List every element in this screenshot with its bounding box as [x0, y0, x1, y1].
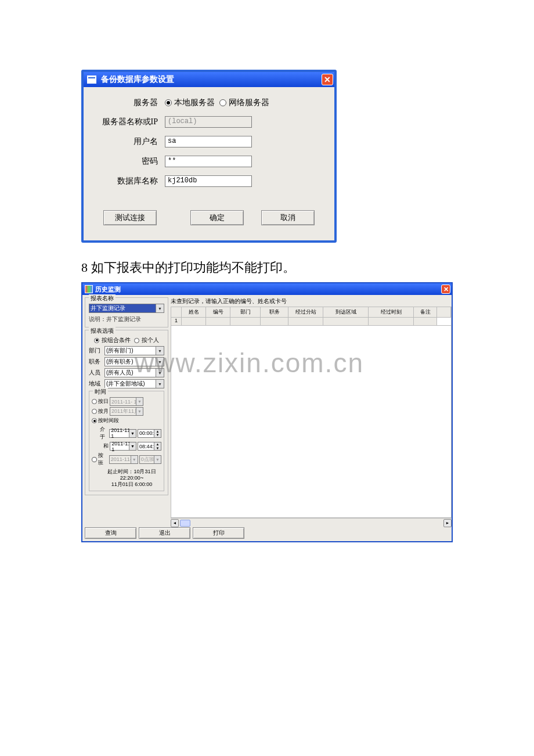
person-combo[interactable]: (所有人员) ▼ — [104, 368, 164, 377]
input-name-or-ip[interactable]: (local) — [165, 116, 252, 128]
chevron-down-icon[interactable]: ▼ — [156, 304, 164, 312]
scroll-right-icon[interactable]: ► — [443, 519, 452, 527]
chevron-down-icon[interactable]: ▼ — [136, 408, 143, 415]
th-index — [171, 307, 182, 318]
table-header-row: 姓名 编号 部门 职务 经过分站 到达区域 经过时刻 备注 — [171, 307, 451, 318]
radio-by-shift[interactable] — [92, 457, 97, 462]
chevron-down-icon[interactable]: ▼ — [136, 398, 143, 405]
group-report-name-label: 报表名称 — [89, 294, 116, 303]
chevron-down-icon[interactable]: ▼ — [129, 442, 136, 450]
label-server: 服务器 — [98, 98, 165, 108]
th-name: 姓名 — [182, 307, 206, 318]
shift-date[interactable]: 2011-11- 1 ▼ — [109, 455, 138, 464]
app-icon — [87, 75, 96, 84]
group-time-label: 时间 — [93, 388, 108, 396]
radio-by-person[interactable] — [134, 338, 139, 343]
job-combo[interactable]: (所有职务) ▼ — [104, 357, 164, 366]
dialog2-title: 历史监测 — [95, 285, 121, 294]
horizontal-scrollbar[interactable]: ◄ ► — [171, 518, 452, 527]
group-options: 报表选项 按组合条件 按个人 部门 (所有部门) ▼ — [85, 330, 168, 495]
ok-button[interactable]: 确定 — [190, 210, 244, 225]
radio-by-month[interactable] — [92, 409, 97, 414]
by-month-date[interactable]: 2011年11月 ▼ — [110, 407, 143, 416]
th-id: 编号 — [206, 307, 230, 318]
backup-db-dialog: 备份数据库参数设置 ✕ 服务器 本地服务器 网络服务器 服务器名称或IP (lo… — [81, 70, 337, 243]
chevron-down-icon[interactable]: ▼ — [131, 456, 138, 463]
chevron-down-icon[interactable]: ▼ — [129, 430, 136, 437]
zone-combo[interactable]: (井下全部地域) ▼ — [104, 379, 164, 388]
cancel-button[interactable]: 取消 — [261, 210, 315, 225]
label-zone: 地域 — [89, 380, 103, 388]
chevron-down-icon[interactable]: ▼ — [156, 369, 164, 377]
spin-down-icon[interactable]: ▼ — [154, 433, 161, 437]
close-icon[interactable]: ✕ — [441, 285, 450, 294]
label-name-or-ip: 服务器名称或IP — [98, 117, 165, 127]
close-icon[interactable]: ✕ — [322, 74, 333, 85]
th-dept: 部门 — [230, 307, 261, 318]
chevron-down-icon[interactable]: ▼ — [154, 456, 161, 463]
radio-by-range[interactable] — [92, 418, 97, 423]
history-monitor-dialog: 历史监测 ✕ 报表名称 井下监测记录 ▼ 说明：井下监测记录 — [81, 282, 453, 542]
radio-network-server-label: 网络服务器 — [229, 98, 269, 108]
radio-network-server[interactable] — [219, 99, 226, 106]
th-extra — [437, 307, 451, 318]
by-day-date[interactable]: 2011-11- 1 ▼ — [110, 397, 143, 406]
scroll-thumb[interactable] — [180, 520, 190, 527]
dept-combo[interactable]: (所有部门) ▼ — [104, 346, 164, 355]
exit-button[interactable]: 退出 — [139, 527, 190, 539]
dialog2-titlebar[interactable]: 历史监测 ✕ — [82, 283, 452, 295]
range-to-date[interactable]: 2011-11- 1 ▼ — [110, 442, 136, 451]
radio-by-day-label: 按日 — [98, 398, 109, 405]
chevron-down-icon[interactable]: ▼ — [156, 380, 164, 388]
query-button[interactable]: 查询 — [85, 527, 136, 539]
chevron-down-icon[interactable]: ▼ — [156, 347, 164, 355]
shift-combo[interactable]: 0点班 ▼ — [139, 455, 161, 464]
chevron-down-icon[interactable]: ▼ — [156, 358, 164, 366]
result-table: 姓名 编号 部门 职务 经过分站 到达区域 经过时刻 备注 1 — [171, 307, 452, 518]
report-name-combo[interactable]: 井下监测记录 ▼ — [89, 304, 164, 313]
range-from-date[interactable]: 2011-11- 1 ▼ — [109, 429, 136, 438]
td-index: 1 — [171, 318, 182, 326]
label-user: 用户名 — [98, 136, 165, 147]
group-options-label: 报表选项 — [89, 327, 116, 335]
th-time: 经过时刻 — [369, 307, 414, 318]
range-to-label: 和 — [100, 442, 109, 450]
range-from-label: 介于 — [100, 426, 108, 441]
th-job: 职务 — [261, 307, 288, 318]
group-time: 时间 按日 2011-11- 1 ▼ 按月 — [89, 391, 164, 491]
radio-by-condition[interactable] — [94, 338, 99, 343]
table-row: 1 — [171, 318, 451, 326]
not-found-message: 未查到记录，请输入正确的编号、姓名或卡号 — [171, 295, 452, 307]
group-report-name: 报表名称 井下监测记录 ▼ 说明：井下监测记录 — [85, 297, 168, 327]
radio-local-server[interactable] — [165, 99, 172, 106]
dialog1-title: 备份数据库参数设置 — [101, 74, 174, 85]
desc-text: 井下监测记录 — [106, 316, 141, 322]
radio-by-day[interactable] — [92, 399, 97, 404]
section-caption: 8 如下报表中的打印功能均不能打印。 — [81, 259, 511, 276]
radio-by-condition-label: 按组合条件 — [102, 336, 131, 344]
th-remark: 备注 — [414, 307, 437, 318]
input-password[interactable]: ** — [165, 156, 252, 167]
range-to-time[interactable]: 08:44:17 ▲▼ — [138, 442, 161, 451]
dialog1-titlebar[interactable]: 备份数据库参数设置 ✕ — [84, 72, 334, 87]
range-from-time[interactable]: 00:00:00 ▲▼ — [138, 429, 161, 438]
th-zone: 到达区域 — [323, 307, 369, 318]
scroll-left-icon[interactable]: ◄ — [171, 519, 179, 527]
desc-label: 说明： — [89, 316, 106, 322]
radio-by-month-label: 按月 — [98, 408, 109, 415]
label-person: 人员 — [89, 369, 103, 377]
radio-by-person-label: 按个人 — [142, 336, 159, 344]
test-connection-button[interactable]: 测试连接 — [103, 210, 157, 225]
range-summary-2: 11月01日 6:00:00 — [111, 481, 153, 487]
radio-by-shift-label: 按班 — [98, 452, 108, 467]
spin-down-icon[interactable]: ▼ — [154, 447, 161, 451]
label-password: 密码 — [98, 156, 165, 167]
label-job: 职务 — [89, 358, 103, 366]
input-user[interactable]: sa — [165, 136, 252, 147]
print-button[interactable]: 打印 — [193, 527, 244, 539]
label-dbname: 数据库名称 — [98, 176, 165, 186]
label-dept: 部门 — [89, 347, 103, 355]
th-substation: 经过分站 — [288, 307, 323, 318]
input-dbname[interactable]: kj210db — [165, 175, 252, 187]
radio-local-server-label: 本地服务器 — [174, 98, 215, 108]
